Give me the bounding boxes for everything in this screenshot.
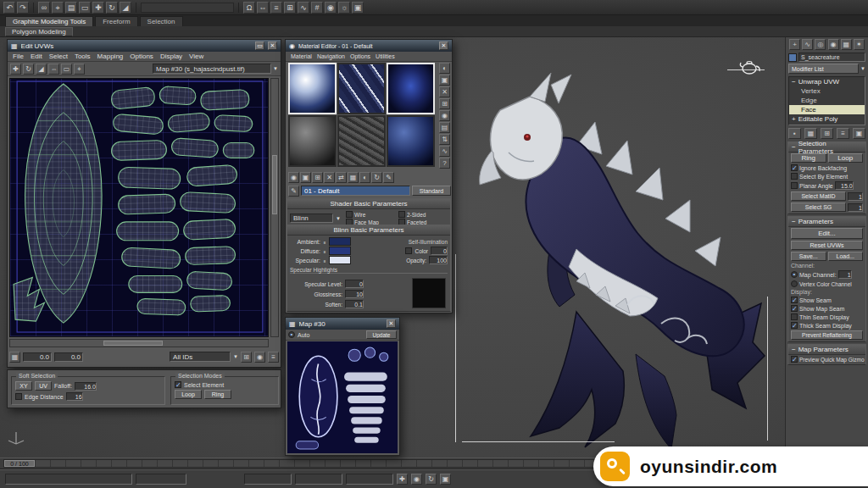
make-unique-icon[interactable]: ⇄ xyxy=(336,172,347,183)
object-name-field[interactable]: S_seacreature xyxy=(798,53,865,62)
auto-update-radio[interactable]: • xyxy=(288,331,295,338)
pick-material-icon[interactable]: ✎ xyxy=(288,186,299,197)
stack-item-editable-poly[interactable]: +Editable Poly xyxy=(789,114,865,124)
uv-texture-dropdown[interactable]: Map #30 (s_hajascindpust.tif) xyxy=(153,64,271,74)
uv-pick-icon[interactable]: ⌖ xyxy=(74,64,85,75)
stack-item-edge[interactable]: Edge xyxy=(789,96,865,105)
tab-polygon-modeling[interactable]: Polygon Modeling xyxy=(5,27,73,36)
chevron-down-icon[interactable]: ▼ xyxy=(273,66,278,71)
uv-canvas[interactable] xyxy=(9,78,269,337)
uv-mirror-icon[interactable]: ⇔ xyxy=(48,64,59,75)
reset-uvws-button[interactable]: Reset UVWs xyxy=(791,241,863,250)
material-slot-5[interactable] xyxy=(337,115,386,167)
uv-vertical-scrollbar[interactable] xyxy=(270,78,279,337)
options-icon[interactable]: ▤ xyxy=(439,122,450,133)
material-slot-2[interactable] xyxy=(337,63,386,114)
put-to-library-icon[interactable]: ▦ xyxy=(348,172,359,183)
menu-options[interactable]: Options xyxy=(130,53,153,60)
uv-filter-icon[interactable]: ≡ xyxy=(268,352,279,363)
y-coordinate-field[interactable] xyxy=(295,474,342,485)
prevent-reflattening-button[interactable]: Prevent Reflattening xyxy=(791,330,863,340)
planar-angle-spinner[interactable]: 15.0 xyxy=(835,181,854,190)
u-coordinate-field[interactable]: 0.0 xyxy=(23,352,52,362)
diffuse-color-swatch[interactable] xyxy=(329,247,351,255)
selection-region-icon[interactable]: ▭ xyxy=(79,2,91,14)
uv-grid-snap-icon[interactable]: ⊞ xyxy=(241,352,252,363)
reset-map-icon[interactable]: ✕ xyxy=(324,172,335,183)
expander-icon[interactable]: + xyxy=(792,115,796,123)
uv-freeform-icon[interactable]: ▭ xyxy=(61,64,72,75)
modifier-list-dropdown[interactable]: Modifier List xyxy=(788,64,859,74)
show-map-in-viewport-icon[interactable]: ↻ xyxy=(371,172,382,183)
material-slot-6[interactable] xyxy=(387,115,435,167)
rollout-header[interactable]: −Parameters xyxy=(788,217,865,227)
uv-absolute-mode-icon[interactable]: ▦ xyxy=(9,352,20,363)
chevron-down-icon[interactable]: ▼ xyxy=(336,216,341,221)
sample-tiling-icon[interactable]: ⊞ xyxy=(439,98,450,109)
menu-tools[interactable]: Tools xyxy=(75,53,91,60)
chevron-down-icon[interactable]: ▼ xyxy=(233,354,238,359)
rollout-header[interactable]: −Selection Parameters xyxy=(788,142,865,152)
ring-button[interactable]: Ring xyxy=(204,390,231,399)
update-button[interactable]: Update xyxy=(366,330,397,339)
sample-type-icon[interactable]: ◐ xyxy=(439,63,450,74)
thick-seam-display-checkbox[interactable]: ✓ xyxy=(791,322,798,329)
video-color-check-icon[interactable]: ◉ xyxy=(439,110,450,121)
material-slot-4[interactable] xyxy=(288,115,337,167)
edge-distance-spinner[interactable]: 16 xyxy=(66,392,83,401)
redo-icon[interactable]: ↷ xyxy=(17,2,29,14)
loop-button[interactable]: Loop xyxy=(175,390,202,399)
render-icon[interactable]: ▣ xyxy=(352,2,364,14)
schematic-view-icon[interactable]: # xyxy=(311,2,323,14)
select-scale-icon[interactable]: ◢ xyxy=(120,2,131,14)
xy-button[interactable]: XY xyxy=(15,381,32,391)
ignore-backfacing-checkbox[interactable]: ✓ xyxy=(791,164,798,171)
configure-modifier-sets-icon[interactable]: ▣ xyxy=(853,128,865,139)
undo-icon[interactable]: ↶ xyxy=(3,2,15,14)
ring-button[interactable]: Ring xyxy=(791,153,826,163)
uv-rotate-icon[interactable]: ↻ xyxy=(23,64,34,75)
stack-item-unwrap-uvw[interactable]: −Unwrap UVW xyxy=(789,77,865,86)
go-to-parent-icon[interactable]: ✎ xyxy=(383,172,394,183)
tab-hierarchy-icon[interactable]: ◎ xyxy=(815,39,826,50)
lock-icon[interactable]: ∎ xyxy=(323,258,326,263)
tab-freeform[interactable]: Freeform xyxy=(95,16,137,26)
assign-material-icon[interactable]: ⊞ xyxy=(312,172,323,183)
lock-icon[interactable]: ∎ xyxy=(323,248,326,254)
curve-editor-icon[interactable]: ∿ xyxy=(298,2,309,14)
edit-uvws-button[interactable]: Edit... xyxy=(791,228,863,239)
material-id-filter-dropdown[interactable]: All IDs xyxy=(170,352,231,362)
material-name-dropdown[interactable]: 01 - Default xyxy=(301,186,410,196)
edge-distance-checkbox[interactable] xyxy=(15,393,22,400)
z-coordinate-field[interactable] xyxy=(346,474,393,485)
tab-utilities-icon[interactable]: ✶ xyxy=(854,39,865,50)
maximize-viewport-icon[interactable]: ▣ xyxy=(440,474,451,485)
layer-manager-icon[interactable]: ⊞ xyxy=(284,2,296,14)
menu-utilities[interactable]: Utilities xyxy=(376,53,395,59)
select-rotate-icon[interactable]: ↻ xyxy=(106,2,118,14)
map-channel-radio[interactable]: • xyxy=(791,271,798,278)
show-map-seam-checkbox[interactable]: ✓ xyxy=(791,305,798,312)
mirror-icon[interactable]: ⇔ xyxy=(257,2,269,14)
edit-uvws-titlebar[interactable]: ▦ Edit UVWs ▭ ✕ xyxy=(8,40,281,52)
v-coordinate-field[interactable]: 0.0 xyxy=(54,352,83,362)
x-coordinate-field[interactable] xyxy=(244,474,292,485)
uv-button[interactable]: UV xyxy=(35,381,52,391)
rollout-header[interactable]: Blinn Basic Parameters xyxy=(287,225,450,236)
snaps-toggle-icon[interactable]: Ω xyxy=(243,2,255,14)
remove-modifier-icon[interactable]: ≡ xyxy=(837,128,849,139)
self-illum-color-checkbox[interactable] xyxy=(405,247,412,254)
menu-select[interactable]: Select xyxy=(49,53,68,60)
select-matid-button[interactable]: Select MatID xyxy=(791,191,846,201)
load-uvws-button[interactable]: Load... xyxy=(828,252,864,261)
map-channel-spinner[interactable]: 1 xyxy=(838,270,852,279)
pin-stack-icon[interactable]: ▪ xyxy=(788,128,801,139)
material-editor-icon[interactable]: ◉ xyxy=(325,2,337,14)
specular-color-swatch[interactable] xyxy=(329,256,351,264)
menu-view[interactable]: View xyxy=(189,53,203,60)
tab-display-icon[interactable]: ▦ xyxy=(841,39,852,50)
menu-file[interactable]: File xyxy=(13,53,24,60)
render-setup-icon[interactable]: ☼ xyxy=(338,2,350,14)
material-slot-1[interactable] xyxy=(288,63,337,114)
wire-checkbox[interactable] xyxy=(346,211,353,218)
